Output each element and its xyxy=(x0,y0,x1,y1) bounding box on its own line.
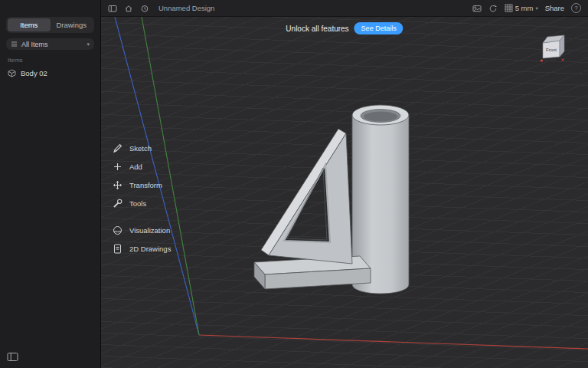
move-icon xyxy=(112,179,123,191)
main-area: Unnamed Design 5 mm ▾ Share ? xyxy=(101,0,588,368)
tool-label: Tools xyxy=(129,199,146,208)
x-axis xyxy=(199,335,588,349)
app-window: Items Drawings All Items ▾ Items Body 02 xyxy=(0,0,588,368)
tool-menu: Sketch Add Transform xyxy=(112,143,171,255)
tool-add[interactable]: Add xyxy=(112,161,171,172)
unlock-banner-text: Unlock all features xyxy=(286,25,348,33)
axis-x-marker xyxy=(562,59,564,61)
sidebar: Items Drawings All Items ▾ Items Body 02 xyxy=(0,0,101,368)
tool-label: 2D Drawings xyxy=(129,245,171,253)
tool-label: Transform xyxy=(129,181,162,189)
cylinder-hole-inner xyxy=(364,112,397,122)
unlock-banner: Unlock all features See Details xyxy=(286,22,403,34)
sphere-icon xyxy=(112,225,123,236)
items-filter-dropdown[interactable]: All Items ▾ xyxy=(6,38,94,50)
grid-icon xyxy=(505,4,513,12)
home-icon[interactable] xyxy=(124,4,133,13)
tool-transform[interactable]: Transform xyxy=(112,179,171,191)
chevron-down-icon: ▾ xyxy=(535,5,537,12)
tab-items[interactable]: Items xyxy=(8,18,51,31)
image-export-icon[interactable] xyxy=(472,4,482,13)
panel-toggle-icon[interactable] xyxy=(7,352,18,362)
gusset-front-face xyxy=(269,133,352,264)
tool-label: Visualization xyxy=(129,226,170,235)
tool-tools[interactable]: Tools xyxy=(112,198,171,209)
sidebar-collapse-icon[interactable] xyxy=(108,4,117,13)
share-button[interactable]: Share xyxy=(545,4,564,12)
see-details-button[interactable]: See Details xyxy=(354,22,403,34)
model-body-02[interactable] xyxy=(254,105,409,294)
drawing-icon xyxy=(112,243,123,255)
history-icon[interactable] xyxy=(140,4,149,13)
scene-canvas xyxy=(101,17,588,368)
sync-icon[interactable] xyxy=(488,4,498,13)
pen-icon xyxy=(112,143,123,154)
list-icon xyxy=(11,41,18,48)
grid-size-value: 5 mm xyxy=(515,4,534,12)
chevron-down-icon: ▾ xyxy=(87,41,90,47)
list-item-body-02[interactable]: Body 02 xyxy=(6,68,94,78)
plus-icon xyxy=(112,161,123,172)
axis-origin-dot xyxy=(541,59,543,61)
tool-sketch[interactable]: Sketch xyxy=(112,143,171,154)
tool-visualization[interactable]: Visualization xyxy=(112,225,171,236)
filter-label: All Items xyxy=(21,41,48,48)
topbar: Unnamed Design 5 mm ▾ Share ? xyxy=(101,0,588,17)
wrench-icon xyxy=(112,198,123,209)
view-cube-label: Front xyxy=(546,48,557,52)
help-button[interactable]: ? xyxy=(571,3,581,13)
grid-size-dropdown[interactable]: 5 mm ▾ xyxy=(505,4,538,12)
viewport-3d[interactable]: Unlock all features See Details Front Sk… xyxy=(101,17,588,368)
document-title: Unnamed Design xyxy=(158,4,214,12)
tool-label: Sketch xyxy=(129,144,152,153)
world-axes xyxy=(115,17,588,349)
view-cube[interactable]: Front xyxy=(539,32,570,64)
tab-drawings[interactable]: Drawings xyxy=(51,18,93,31)
items-section-header: Items xyxy=(6,57,94,64)
cube-icon xyxy=(8,69,16,77)
sidebar-tabs: Items Drawings xyxy=(6,17,94,33)
tool-label: Add xyxy=(129,163,142,171)
item-label: Body 02 xyxy=(21,69,47,77)
tool-2d-drawings[interactable]: 2D Drawings xyxy=(112,243,171,255)
